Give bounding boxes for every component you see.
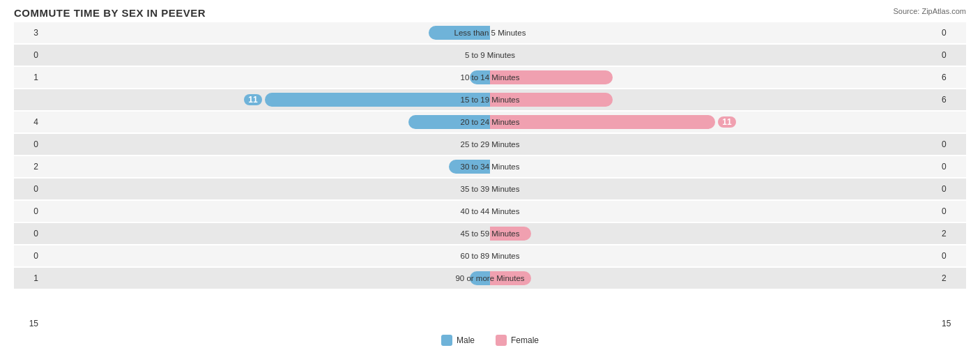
bar-section: 45 to 59 Minutes [42,223,938,244]
axis-right-label: 15 [938,319,966,328]
legend-female: Female [496,335,539,346]
chart-row: 2 30 to 34 Minutes 0 [14,156,966,177]
bar-section: 60 to 89 Minutes [42,245,938,266]
left-value: 3 [14,28,42,38]
half-left [42,226,490,241]
chart-row: 11 15 to 19 Minutes 6 [14,89,966,110]
chart-row: 0 40 to 44 Minutes 0 [14,201,966,222]
half-right [490,248,938,264]
half-right [490,47,938,63]
bars-wrapper: 60 to 89 Minutes [42,245,938,266]
bar-section: 25 to 29 Minutes [42,134,938,155]
legend: Male Female [14,335,966,346]
right-value: 2 [938,229,966,238]
bars-wrapper: 20 to 24 Minutes 11 [42,112,938,132]
half-right: 11 [490,114,938,130]
bar-male [429,26,490,40]
right-value: 0 [938,184,966,194]
bars-wrapper: 40 to 44 Minutes [42,201,938,222]
bar-section: 5 to 9 Minutes [42,45,938,66]
female-swatch [496,335,507,346]
left-value: 1 [14,73,42,82]
right-value: 0 [938,162,966,172]
chart-row: 0 5 to 9 Minutes 0 [14,45,966,66]
bars-wrapper: 25 to 29 Minutes [42,134,938,155]
half-left [42,25,490,40]
chart-row: 1 90 or more Minutes 2 [14,268,966,289]
left-value: 4 [14,117,42,127]
right-value: 0 [938,139,966,149]
male-badge: 11 [244,94,261,105]
chart-title: COMMUTE TIME BY SEX IN PEEVER [14,7,966,19]
male-swatch [441,335,452,346]
bar-section: 35 to 39 Minutes [42,179,938,199]
half-left [42,70,490,85]
right-value: 6 [938,73,966,82]
right-value: 0 [938,206,966,216]
bar-section: 20 to 24 Minutes 11 [42,112,938,132]
half-right [490,159,938,174]
half-left [42,181,490,197]
bars-wrapper: 5 to 9 Minutes [42,45,938,66]
half-right [490,25,938,40]
chart-row: 0 25 to 29 Minutes 0 [14,134,966,155]
bar-male [470,271,490,285]
right-value: 0 [938,251,966,261]
right-value: 2 [938,273,966,283]
bar-male [449,160,490,174]
female-badge: 11 [718,116,735,128]
chart-area: 3 Less than 5 Minutes 0 0 [14,22,966,315]
male-label: Male [457,335,475,345]
half-right [490,271,938,286]
axis-row: 15 15 [14,317,966,331]
chart-row: 1 10 to 14 Minutes 6 [14,67,966,88]
half-left [42,204,490,219]
right-value: 0 [938,50,966,60]
half-left [42,159,490,174]
half-left: 11 [42,92,490,107]
half-right [490,92,938,107]
half-left [42,271,490,286]
half-right [490,204,938,219]
bar-male [408,115,490,129]
left-value: 0 [14,251,42,261]
bar-section: 40 to 44 Minutes [42,201,938,222]
bars-wrapper: 30 to 34 Minutes [42,156,938,177]
bar-male: 11 [265,93,490,107]
source-text: Source: ZipAtlas.com [893,7,966,15]
bars-wrapper: 45 to 59 Minutes [42,223,938,244]
bars-wrapper: 90 or more Minutes [42,268,938,289]
bar-female [490,227,531,241]
half-right [490,181,938,197]
bar-male [470,70,490,84]
half-right [490,137,938,152]
half-right [490,226,938,241]
left-value: 0 [14,184,42,194]
bar-section: 90 or more Minutes [42,268,938,289]
chart-row: 3 Less than 5 Minutes 0 [14,22,966,43]
half-right [490,70,938,85]
bars-wrapper: 10 to 14 Minutes [42,67,938,88]
bar-female [490,271,531,285]
bar-section: 30 to 34 Minutes [42,156,938,177]
right-value: 0 [938,28,966,38]
bar-female [490,70,613,84]
half-left [42,47,490,63]
half-left [42,248,490,264]
left-value: 0 [14,50,42,60]
bar-section: 10 to 14 Minutes [42,67,938,88]
bars-wrapper: 11 15 to 19 Minutes [42,89,938,110]
bar-female [490,93,613,107]
legend-male: Male [441,335,475,346]
bar-section: Less than 5 Minutes [42,22,938,43]
left-value: 2 [14,162,42,172]
chart-container: COMMUTE TIME BY SEX IN PEEVER Source: Zi… [0,0,980,364]
left-value: 0 [14,139,42,149]
axis-left-label: 15 [14,319,42,328]
chart-row: 4 20 to 24 Minutes 11 [14,112,966,132]
chart-row: 0 35 to 39 Minutes 0 [14,179,966,199]
half-left [42,137,490,152]
chart-row: 0 60 to 89 Minutes 0 [14,245,966,266]
left-value: 0 [14,229,42,238]
left-value: 1 [14,273,42,283]
